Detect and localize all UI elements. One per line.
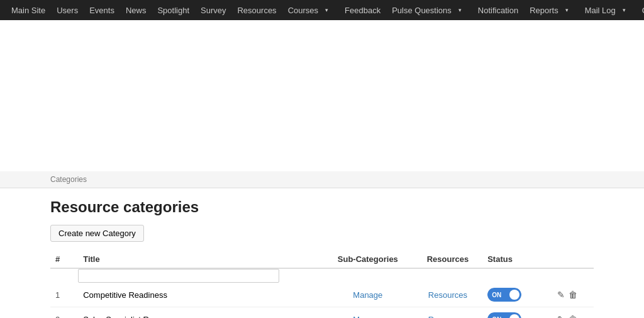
categories-table: # Title Sub-Categories Resources Status … (50, 251, 594, 318)
table-row: 1 Competitive Readiness Manage Resources… (50, 283, 594, 307)
col-header-status: Status (482, 251, 552, 268)
row-res-link[interactable]: Resources (413, 283, 483, 307)
row-actions: ✎ 🗑 (552, 307, 594, 319)
dropdown-arrow-icon: ▾ (320, 3, 333, 17)
col-header-num: # (50, 251, 78, 268)
nav-item-resources[interactable]: Resources (232, 2, 281, 19)
row-num: 2 (50, 307, 78, 319)
row-res-link[interactable]: Resources (413, 307, 483, 319)
row-title: Sales Specialist Resources (78, 307, 323, 319)
title-filter-input[interactable] (78, 269, 279, 283)
nav-item-news[interactable]: News (121, 2, 152, 19)
col-header-actions (552, 251, 594, 268)
row-sub-link[interactable]: Manage (323, 283, 413, 307)
nav-item-notification[interactable]: Notification (473, 2, 523, 19)
nav-item-feedback[interactable]: Feedback (340, 2, 386, 19)
row-title: Competitive Readiness (78, 283, 323, 307)
nav-item-pulse-questions[interactable]: Pulse Questions▾ (387, 0, 472, 21)
col-header-resources: Resources (413, 251, 483, 268)
table-row: 2 Sales Specialist Resources Manage Reso… (50, 307, 594, 319)
delete-icon[interactable]: 🗑 (569, 314, 577, 318)
row-status[interactable]: ON (482, 307, 552, 319)
col-header-sub: Sub-Categories (323, 251, 413, 268)
col-header-title: Title (78, 251, 323, 268)
nav-item-events[interactable]: Events (84, 2, 119, 19)
row-sub-link[interactable]: Manage (323, 307, 413, 319)
dropdown-arrow-icon: ▾ (453, 3, 467, 17)
delete-icon[interactable]: 🗑 (569, 290, 577, 300)
create-category-button[interactable]: Create new Category (50, 225, 144, 242)
nav-item-reports[interactable]: Reports▾ (525, 0, 579, 21)
main-nav: Main SiteUsersEventsNewsSpotlightSurveyR… (0, 0, 644, 20)
dropdown-arrow-icon: ▾ (560, 3, 574, 17)
nav-item-courses[interactable]: Courses▾ (283, 0, 338, 21)
breadcrumb: Categories (0, 171, 644, 188)
row-status[interactable]: ON (482, 283, 552, 307)
dropdown-arrow-icon: ▾ (618, 3, 631, 17)
nav-item-users[interactable]: Users (52, 2, 83, 19)
row-actions: ✎ 🗑 (552, 283, 594, 307)
edit-icon[interactable]: ✎ (557, 314, 565, 318)
nav-item-main-site[interactable]: Main Site (6, 2, 50, 19)
nav-item-mail-log[interactable]: Mail Log▾ (580, 0, 636, 21)
nav-item-campus[interactable]: Campus▾ (637, 0, 644, 21)
page-title: Resource categories (50, 198, 594, 216)
edit-icon[interactable]: ✎ (557, 290, 565, 300)
main-content: Resource categories Create new Category … (0, 188, 644, 318)
nav-item-survey[interactable]: Survey (196, 2, 231, 19)
row-num: 1 (50, 283, 78, 307)
nav-item-spotlight[interactable]: Spotlight (152, 2, 194, 19)
